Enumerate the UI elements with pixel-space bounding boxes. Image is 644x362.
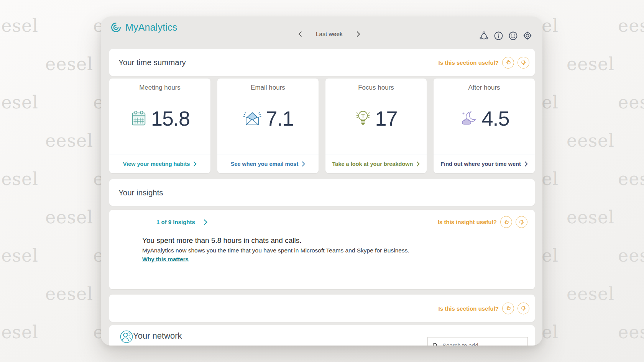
link-label: Take a look at your breakdown xyxy=(332,161,413,167)
period-label: Last week xyxy=(316,31,343,38)
insight-feedback: Is this insight useful? xyxy=(438,216,527,228)
focus-hours-value: 17 xyxy=(375,106,397,130)
watermark-text: eesel xyxy=(0,17,38,34)
desktop-background: { "colors": { "brand_teal": "#1f9fb0", "… xyxy=(0,0,644,362)
card-value: 7.1 xyxy=(217,102,319,135)
watermark-text: eesel xyxy=(618,170,644,188)
meeting-hours-value: 15.8 xyxy=(151,106,190,130)
card-title: Focus hours xyxy=(325,79,427,92)
previous-week-button[interactable] xyxy=(297,30,303,38)
moon-cloud-icon xyxy=(459,110,478,127)
thumbs-up-button[interactable] xyxy=(502,57,514,69)
chevron-right-icon xyxy=(204,219,207,225)
email-hours-value: 7.1 xyxy=(266,106,293,130)
card-title: Email hours xyxy=(217,79,319,92)
chevron-right-icon xyxy=(302,161,305,167)
time-summary-title: Your time summary xyxy=(118,58,186,67)
card-value: 17 xyxy=(325,102,427,135)
watermark-text: eesel xyxy=(567,208,614,226)
chevron-right-icon xyxy=(524,161,528,167)
lower-section-header: Is this section useful? xyxy=(109,295,535,322)
insight-headline: You spent more than 5.8 hours in chats a… xyxy=(142,236,301,245)
watermark-text: eesel xyxy=(618,323,644,341)
header-toolbar xyxy=(478,30,533,41)
insights-title: Your insights xyxy=(118,188,163,197)
calendar-icon xyxy=(130,110,148,127)
feedback-question: Is this section useful? xyxy=(438,59,499,66)
watermark-text: eesel xyxy=(618,93,644,111)
info-icon xyxy=(494,31,503,41)
feedback-smiley-button[interactable] xyxy=(507,30,519,41)
chevron-left-icon xyxy=(298,31,302,37)
meeting-habits-link[interactable]: View your meeting habits xyxy=(109,154,210,173)
chevron-right-icon xyxy=(356,31,360,37)
insight-card: 1 of 9 Insights Is this insight useful? … xyxy=(109,210,535,289)
thumbs-up-button[interactable] xyxy=(500,216,512,228)
watermark-text: eesel xyxy=(45,285,93,303)
open-envelope-icon xyxy=(242,110,262,127)
why-this-matters-link[interactable]: Why this matters xyxy=(142,256,189,262)
your-network-card: Your network xyxy=(109,325,535,346)
card-value: 15.8 xyxy=(109,102,210,135)
watermark-text: eesel xyxy=(567,55,614,73)
after-hours-card: After hours 4.5 Find out where your time… xyxy=(434,79,535,173)
feedback-question: Is this section useful? xyxy=(438,305,499,311)
watermark-text: eesel xyxy=(45,55,93,73)
watermark-text: eesel xyxy=(567,132,614,149)
after-hours-value: 4.5 xyxy=(481,106,509,130)
thumbs-down-button[interactable] xyxy=(516,216,527,228)
thumbs-down-icon xyxy=(519,59,527,66)
thumbs-up-button[interactable] xyxy=(502,302,514,314)
watermark-text: eesel xyxy=(45,208,93,226)
card-title: After hours xyxy=(434,79,535,92)
smiley-icon xyxy=(508,31,518,41)
insights-header: Your insights xyxy=(109,179,535,206)
thumbs-down-icon xyxy=(518,218,525,226)
watermark-text: eesel xyxy=(0,323,38,341)
chevron-right-icon xyxy=(416,161,420,167)
feedback-question: Is this insight useful? xyxy=(438,219,497,225)
focus-hours-card: Focus hours 17 Take a look at your break… xyxy=(325,79,427,173)
thumbs-up-icon xyxy=(502,218,510,226)
thumbs-down-icon xyxy=(519,304,527,312)
settings-button[interactable] xyxy=(522,30,533,41)
people-icon xyxy=(119,329,134,344)
watermark-text: eesel xyxy=(0,247,38,264)
network-button[interactable] xyxy=(478,30,490,41)
search-icon xyxy=(432,342,438,346)
link-label: Find out where your time went xyxy=(440,161,521,167)
thumbs-up-icon xyxy=(504,304,512,312)
watermark-text: eesel xyxy=(0,93,38,111)
network-icon xyxy=(479,31,489,41)
insight-pager[interactable]: 1 of 9 Insights xyxy=(156,219,207,225)
network-search-input[interactable] xyxy=(442,342,523,346)
next-week-button[interactable] xyxy=(356,30,361,38)
meeting-hours-card: Meeting hours 15.8 View your meeting hab… xyxy=(109,79,210,173)
network-title: Your network xyxy=(133,331,182,341)
email-patterns-link[interactable]: See when you email most xyxy=(217,154,319,173)
time-summary-header: Your time summary Is this section useful… xyxy=(109,49,535,76)
network-search-box xyxy=(427,337,528,346)
watermark-text: eesel xyxy=(0,170,38,188)
thumbs-down-button[interactable] xyxy=(518,57,529,69)
lightbulb-icon xyxy=(355,109,371,128)
app-window: MyAnalytics Last week xyxy=(101,16,542,346)
info-button[interactable] xyxy=(493,30,504,41)
watermark-text: eesel xyxy=(618,17,644,34)
time-summary-cards: Meeting hours 15.8 View your meeting hab… xyxy=(109,79,535,173)
after-hours-link[interactable]: Find out where your time went xyxy=(434,154,535,173)
insight-pager-label: 1 of 9 Insights xyxy=(156,219,195,225)
card-value: 4.5 xyxy=(434,102,535,135)
settings-icon xyxy=(522,31,532,41)
focus-breakdown-link[interactable]: Take a look at your breakdown xyxy=(325,154,427,173)
card-title: Meeting hours xyxy=(109,79,210,92)
thumbs-down-button[interactable] xyxy=(518,302,529,314)
email-hours-card: Email hours 7.1 See when you email most xyxy=(217,79,319,173)
chevron-right-icon xyxy=(193,161,197,167)
period-navigation: Last week xyxy=(297,30,361,38)
app-logo: MyAnalytics xyxy=(110,21,177,33)
link-label: See when you email most xyxy=(231,161,298,167)
watermark-text: eesel xyxy=(618,247,644,264)
insight-description: MyAnalytics now shows you the time that … xyxy=(142,247,409,254)
watermark-text: eesel xyxy=(567,285,614,303)
